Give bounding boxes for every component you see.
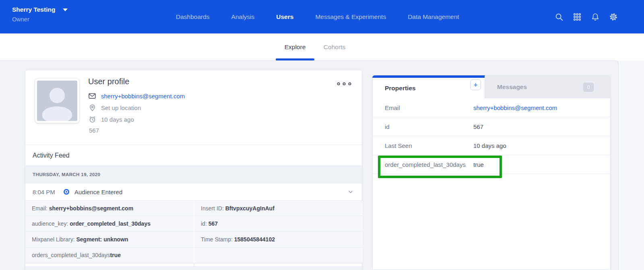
add-property-button[interactable]: + bbox=[470, 79, 481, 90]
alarm-clock-icon bbox=[88, 115, 96, 123]
project-switcher[interactable]: Sherry Testing Owner bbox=[12, 6, 68, 23]
user-profile-card: User profile sherry+bobbins@segment.com … bbox=[25, 70, 362, 270]
avatar-head-shape bbox=[50, 88, 65, 103]
tab-properties[interactable]: Properties bbox=[373, 78, 485, 98]
activity-event-row[interactable]: 8:04 PM Audience Entered bbox=[25, 183, 362, 200]
avatar bbox=[35, 79, 79, 123]
detail-cell-empty bbox=[194, 247, 363, 263]
nav-item-users[interactable]: Users bbox=[276, 13, 293, 21]
more-options-button[interactable] bbox=[335, 80, 353, 88]
nav-icon-group bbox=[554, 0, 618, 33]
project-role: Owner bbox=[12, 16, 68, 23]
activity-date-header: THURSDAY, MARCH 19, 2020 bbox=[25, 166, 362, 183]
profile-location-row: Set up location bbox=[88, 103, 141, 112]
main-nav: Dashboards Analysis Users Messages & Exp… bbox=[176, 0, 459, 33]
detail-cell-id: id: 567 bbox=[194, 216, 363, 232]
activity-feed-header: Activity Feed bbox=[25, 145, 362, 166]
tab-explore[interactable]: Explore bbox=[276, 33, 314, 60]
properties-panel: Properties + Messages 0 Email sherry+bob… bbox=[372, 75, 611, 270]
tab-messages[interactable]: Messages 0 bbox=[485, 76, 611, 98]
messages-count-badge: 0 bbox=[583, 83, 594, 92]
apps-grid-icon[interactable] bbox=[572, 12, 582, 21]
detail-cell-mixpanel-library: Mixpanel Library: Segment: unknown bbox=[25, 232, 194, 247]
search-icon[interactable] bbox=[554, 12, 564, 21]
project-name: Sherry Testing bbox=[12, 6, 55, 13]
activity-date-text: THURSDAY, MARCH 19, 2020 bbox=[33, 172, 100, 177]
property-row-order-completed: order_completed_last_30days true bbox=[373, 155, 610, 174]
settings-icon[interactable] bbox=[609, 12, 618, 21]
detail-cell-orders-completed: orders_completed_last_30daystrue bbox=[25, 247, 194, 263]
detail-cell-audience-key: audience_key: order_completed_last_30day… bbox=[25, 216, 194, 232]
page: Sherry Testing Owner Dashboards Analysis… bbox=[0, 0, 644, 270]
profile-user-id: 567 bbox=[89, 127, 99, 134]
property-row-id: id 567 bbox=[373, 117, 610, 136]
properties-panel-header: Properties + Messages 0 bbox=[373, 76, 610, 98]
property-email-link[interactable]: sherry+bobbins@segment.com bbox=[473, 98, 557, 117]
chevron-down-icon[interactable] bbox=[347, 189, 354, 195]
property-row-last-seen: Last Seen 10 days ago bbox=[373, 136, 610, 155]
nav-item-data-management[interactable]: Data Management bbox=[408, 13, 459, 21]
property-row-email: Email sherry+bobbins@segment.com bbox=[373, 98, 610, 117]
nav-item-messages-experiments[interactable]: Messages & Experiments bbox=[315, 13, 386, 21]
event-details-table: Email: sherry+bobbins@segment.com Insert… bbox=[25, 200, 362, 264]
tab-properties-label: Properties bbox=[385, 78, 416, 98]
top-navigation-bar: Sherry Testing Owner Dashboards Analysis… bbox=[0, 0, 644, 33]
location-pin-icon bbox=[88, 104, 96, 112]
nav-item-dashboards[interactable]: Dashboards bbox=[176, 13, 210, 21]
chevron-down-icon bbox=[63, 8, 68, 11]
tab-cohorts[interactable]: Cohorts bbox=[319, 33, 350, 60]
profile-title: User profile bbox=[88, 77, 129, 86]
audience-event-icon bbox=[63, 189, 70, 195]
next-section-band bbox=[25, 266, 362, 270]
sub-tab-bar: Explore Cohorts bbox=[0, 33, 644, 61]
profile-last-seen: 10 days ago bbox=[101, 116, 134, 123]
profile-location-placeholder[interactable]: Set up location bbox=[101, 104, 141, 111]
detail-cell-insert-id: Insert ID: BftvpxcuyAgInAuf bbox=[194, 200, 363, 216]
event-time: 8:04 PM bbox=[33, 189, 58, 195]
column-divider bbox=[194, 263, 194, 266]
activity-feed-title: Activity Feed bbox=[33, 152, 70, 159]
profile-email-row: sherry+bobbins@segment.com bbox=[88, 91, 185, 100]
event-name: Audience Entered bbox=[74, 189, 122, 195]
profile-last-seen-row: 10 days ago bbox=[88, 115, 134, 124]
avatar-torso-shape bbox=[42, 106, 72, 123]
detail-cell-email: Email: sherry+bobbins@segment.com bbox=[25, 200, 194, 216]
envelope-icon bbox=[88, 92, 96, 100]
nav-item-analysis[interactable]: Analysis bbox=[231, 13, 255, 21]
detail-cell-timestamp: Time Stamp: 1585045844102 bbox=[194, 232, 363, 247]
notifications-icon[interactable] bbox=[590, 12, 600, 21]
profile-email-link[interactable]: sherry+bobbins@segment.com bbox=[101, 93, 185, 100]
tab-messages-label: Messages bbox=[497, 76, 527, 98]
